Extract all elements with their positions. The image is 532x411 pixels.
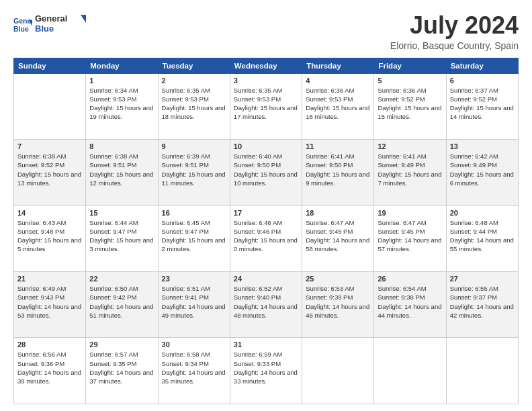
calendar-cell: 31Sunrise: 6:59 AM Sunset: 9:33 PM Dayli… — [230, 338, 302, 404]
calendar-cell: 7Sunrise: 6:38 AM Sunset: 9:52 PM Daylig… — [14, 140, 86, 205]
day-info: Sunrise: 6:47 AM Sunset: 9:45 PM Dayligh… — [378, 218, 442, 254]
day-number: 17 — [234, 209, 298, 217]
day-number: 26 — [378, 275, 442, 283]
calendar-cell: 16Sunrise: 6:45 AM Sunset: 9:47 PM Dayli… — [158, 205, 230, 271]
weekday-header: Thursday — [302, 58, 374, 73]
svg-text:Blue: Blue — [13, 24, 29, 32]
day-number: 27 — [450, 275, 515, 283]
weekday-header: Wednesday — [230, 58, 302, 73]
calendar-cell — [446, 338, 518, 404]
day-number: 10 — [234, 142, 298, 150]
day-info: Sunrise: 6:58 AM Sunset: 9:34 PM Dayligh… — [162, 350, 226, 385]
calendar-cell: 25Sunrise: 6:53 AM Sunset: 9:39 PM Dayli… — [302, 272, 374, 338]
calendar-week-row: 14Sunrise: 6:43 AM Sunset: 9:48 PM Dayli… — [14, 205, 519, 271]
main-title: July 2024 — [390, 12, 519, 39]
calendar-cell: 6Sunrise: 6:37 AM Sunset: 9:52 PM Daylig… — [446, 73, 518, 139]
day-info: Sunrise: 6:46 AM Sunset: 9:46 PM Dayligh… — [234, 218, 298, 254]
day-info: Sunrise: 6:52 AM Sunset: 9:40 PM Dayligh… — [234, 284, 298, 320]
day-info: Sunrise: 6:44 AM Sunset: 9:47 PM Dayligh… — [89, 218, 154, 254]
day-info: Sunrise: 6:36 AM Sunset: 9:52 PM Dayligh… — [378, 86, 442, 122]
calendar-cell: 23Sunrise: 6:51 AM Sunset: 9:41 PM Dayli… — [158, 272, 230, 338]
day-info: Sunrise: 6:38 AM Sunset: 9:52 PM Dayligh… — [17, 152, 82, 187]
day-number: 2 — [162, 77, 226, 85]
day-info: Sunrise: 6:48 AM Sunset: 9:44 PM Dayligh… — [450, 218, 515, 254]
weekday-header-row: SundayMondayTuesdayWednesdayThursdayFrid… — [14, 58, 519, 73]
day-number: 6 — [450, 77, 515, 85]
day-number: 20 — [450, 209, 515, 217]
logo-text: General Blue — [35, 12, 89, 37]
day-info: Sunrise: 6:49 AM Sunset: 9:43 PM Dayligh… — [17, 284, 82, 320]
day-number: 8 — [89, 142, 154, 150]
calendar-page: General Blue General Blue July 2024 Elor… — [0, 0, 532, 411]
calendar-week-row: 1Sunrise: 6:34 AM Sunset: 9:53 PM Daylig… — [14, 73, 519, 139]
day-info: Sunrise: 6:56 AM Sunset: 9:36 PM Dayligh… — [17, 350, 82, 385]
svg-text:General: General — [35, 13, 67, 24]
day-number: 31 — [234, 340, 298, 349]
day-number: 24 — [234, 275, 298, 283]
logo-svg: General Blue — [35, 12, 89, 35]
day-number: 16 — [162, 209, 226, 217]
day-info: Sunrise: 6:41 AM Sunset: 9:50 PM Dayligh… — [306, 152, 370, 187]
calendar-cell: 13Sunrise: 6:42 AM Sunset: 9:49 PM Dayli… — [446, 140, 518, 205]
weekday-header: Friday — [374, 58, 446, 73]
calendar-cell: 26Sunrise: 6:54 AM Sunset: 9:38 PM Dayli… — [374, 272, 446, 338]
day-info: Sunrise: 6:51 AM Sunset: 9:41 PM Dayligh… — [162, 284, 226, 320]
weekday-header: Saturday — [446, 58, 518, 73]
calendar-week-row: 7Sunrise: 6:38 AM Sunset: 9:52 PM Daylig… — [14, 140, 519, 205]
calendar-cell: 24Sunrise: 6:52 AM Sunset: 9:40 PM Dayli… — [230, 272, 302, 338]
calendar-cell: 18Sunrise: 6:47 AM Sunset: 9:45 PM Dayli… — [302, 205, 374, 271]
calendar-cell: 20Sunrise: 6:48 AM Sunset: 9:44 PM Dayli… — [446, 205, 518, 271]
day-number: 18 — [306, 209, 370, 217]
day-number: 13 — [450, 142, 515, 150]
svg-marker-5 — [81, 15, 86, 23]
day-info: Sunrise: 6:35 AM Sunset: 9:53 PM Dayligh… — [162, 86, 226, 122]
day-number: 23 — [162, 275, 226, 283]
day-number: 5 — [378, 77, 442, 85]
day-number: 21 — [17, 275, 82, 283]
calendar-cell — [374, 338, 446, 404]
day-info: Sunrise: 6:42 AM Sunset: 9:49 PM Dayligh… — [450, 152, 515, 187]
calendar-cell: 12Sunrise: 6:41 AM Sunset: 9:49 PM Dayli… — [374, 140, 446, 205]
header: General Blue General Blue July 2024 Elor… — [13, 12, 519, 51]
day-number: 22 — [89, 275, 154, 283]
calendar-cell — [302, 338, 374, 404]
day-number: 30 — [162, 340, 226, 349]
weekday-header: Monday — [86, 58, 158, 73]
day-info: Sunrise: 6:59 AM Sunset: 9:33 PM Dayligh… — [234, 350, 298, 385]
day-info: Sunrise: 6:50 AM Sunset: 9:42 PM Dayligh… — [89, 284, 154, 320]
day-number: 29 — [89, 340, 154, 349]
calendar-cell: 30Sunrise: 6:58 AM Sunset: 9:34 PM Dayli… — [158, 338, 230, 404]
calendar-cell: 9Sunrise: 6:39 AM Sunset: 9:51 PM Daylig… — [158, 140, 230, 205]
day-info: Sunrise: 6:57 AM Sunset: 9:35 PM Dayligh… — [89, 350, 154, 385]
day-number: 3 — [234, 77, 298, 85]
calendar-cell: 14Sunrise: 6:43 AM Sunset: 9:48 PM Dayli… — [14, 205, 86, 271]
calendar-cell: 5Sunrise: 6:36 AM Sunset: 9:52 PM Daylig… — [374, 73, 446, 139]
subtitle: Elorrio, Basque Country, Spain — [390, 40, 519, 51]
calendar-cell: 11Sunrise: 6:41 AM Sunset: 9:50 PM Dayli… — [302, 140, 374, 205]
day-number: 4 — [306, 77, 370, 85]
day-number: 12 — [378, 142, 442, 150]
calendar-table: SundayMondayTuesdayWednesdayThursdayFrid… — [13, 58, 519, 404]
calendar-cell: 2Sunrise: 6:35 AM Sunset: 9:53 PM Daylig… — [158, 73, 230, 139]
weekday-header: Tuesday — [158, 58, 230, 73]
day-info: Sunrise: 6:41 AM Sunset: 9:49 PM Dayligh… — [378, 152, 442, 187]
calendar-week-row: 21Sunrise: 6:49 AM Sunset: 9:43 PM Dayli… — [14, 272, 519, 338]
calendar-cell: 10Sunrise: 6:40 AM Sunset: 9:50 PM Dayli… — [230, 140, 302, 205]
day-number: 1 — [89, 77, 154, 85]
day-info: Sunrise: 6:40 AM Sunset: 9:50 PM Dayligh… — [234, 152, 298, 187]
calendar-cell: 28Sunrise: 6:56 AM Sunset: 9:36 PM Dayli… — [14, 338, 86, 404]
logo-icon: General Blue — [13, 15, 32, 34]
logo: General Blue General Blue — [13, 12, 89, 37]
day-info: Sunrise: 6:53 AM Sunset: 9:39 PM Dayligh… — [306, 284, 370, 320]
calendar-cell — [14, 73, 86, 139]
day-info: Sunrise: 6:43 AM Sunset: 9:48 PM Dayligh… — [17, 218, 82, 254]
day-info: Sunrise: 6:34 AM Sunset: 9:53 PM Dayligh… — [89, 86, 154, 122]
svg-text:Blue: Blue — [35, 24, 54, 34]
calendar-cell: 15Sunrise: 6:44 AM Sunset: 9:47 PM Dayli… — [86, 205, 158, 271]
day-number: 25 — [306, 275, 370, 283]
weekday-header: Sunday — [14, 58, 86, 73]
day-number: 28 — [17, 340, 82, 349]
day-info: Sunrise: 6:54 AM Sunset: 9:38 PM Dayligh… — [378, 284, 442, 320]
day-number: 11 — [306, 142, 370, 150]
day-number: 15 — [89, 209, 154, 217]
